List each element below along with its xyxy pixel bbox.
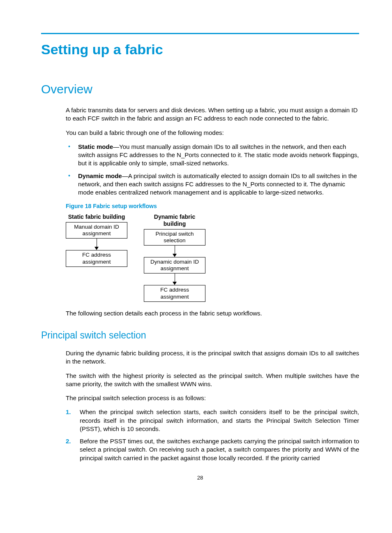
workflow-box: Dynamic domain ID assignment (144, 257, 205, 273)
modes-list: Static mode—You must manually assign dom… (66, 143, 359, 197)
list-item: Static mode—You must manually assign dom… (66, 143, 359, 168)
workflow-box: Principal switch selection (144, 229, 205, 246)
dynamic-workflow-column: Dynamic fabric building Principal switch… (144, 213, 205, 302)
overview-p1: A fabric transmits data for servers and … (66, 106, 359, 123)
principal-p1: During the dynamic fabric building proce… (66, 349, 359, 366)
page-content: Setting up a fabric Overview A fabric tr… (0, 0, 392, 497)
overview-heading: Overview (41, 82, 359, 96)
mode-text: —You must manually assign domain IDs to … (78, 143, 359, 167)
list-item: Before the PSST times out, the switches … (66, 437, 359, 462)
overview-body: A fabric transmits data for servers and … (66, 106, 359, 317)
principal-p3: The principal switch selection process i… (66, 394, 359, 402)
column-title: Dynamic fabric building (144, 213, 205, 227)
workflow-box: FC address assignment (66, 250, 127, 266)
workflow-diagram: Static fabric building Manual domain ID … (66, 213, 359, 302)
principal-heading: Principal switch selection (41, 330, 359, 341)
top-rule (41, 33, 359, 34)
static-workflow-column: Static fabric building Manual domain ID … (66, 213, 127, 302)
mode-label: Static mode (78, 143, 113, 150)
principal-body: During the dynamic fabric building proce… (66, 349, 359, 462)
principal-p2: The switch with the highest priority is … (66, 372, 359, 389)
figure-caption: Figure 18 Fabric setup workflows (66, 202, 359, 210)
workflow-box: FC address assignment (144, 285, 205, 301)
list-item: When the principal switch selection star… (66, 408, 359, 433)
page-title: Setting up a fabric (41, 42, 359, 58)
page-number: 28 (41, 475, 359, 481)
overview-p3: The following section details each proce… (66, 309, 359, 317)
workflow-box: Manual domain ID assignment (66, 222, 127, 239)
process-steps: When the principal switch selection star… (66, 408, 359, 462)
column-title: Static fabric building (68, 213, 125, 220)
overview-p2: You can build a fabric through one of th… (66, 129, 359, 137)
mode-label: Dynamic mode (78, 172, 122, 179)
list-item: Dynamic mode—A principal switch is autom… (66, 172, 359, 197)
